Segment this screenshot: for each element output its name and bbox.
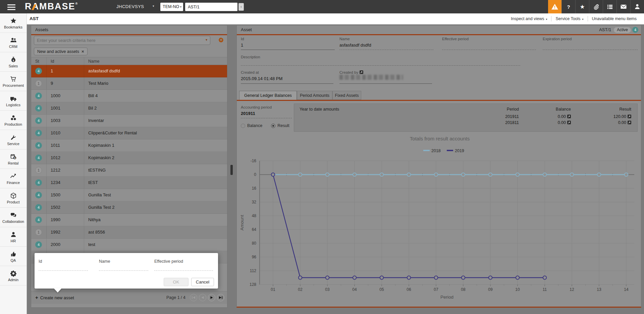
ok-button[interactable]: OK <box>164 278 189 286</box>
sidebar-item-procurement[interactable]: Procurement <box>0 72 26 91</box>
table-row[interactable]: 41012Kopimaskin 2 <box>31 152 227 164</box>
menu-item-service-tools[interactable]: Service Tools▾ <box>551 16 587 21</box>
last-page-button[interactable] <box>217 294 224 301</box>
modal-field-input[interactable] <box>39 270 88 271</box>
alert-icon[interactable] <box>548 0 561 13</box>
status-badge: 4 <box>35 204 42 211</box>
created-at-label: Created at <box>241 70 259 74</box>
list-icon[interactable] <box>603 0 616 13</box>
created-by-link-icon[interactable] <box>360 70 363 75</box>
sidebar-item-label: Logistics <box>6 103 20 107</box>
remove-filter-icon[interactable]: × <box>82 49 84 54</box>
table-row[interactable]: 11992ast 8556 <box>31 226 227 239</box>
modal-field-input[interactable] <box>154 270 213 271</box>
svg-text:09: 09 <box>488 287 493 292</box>
search-settings-gear-icon[interactable] <box>218 37 224 44</box>
rental-icon: $ <box>10 153 17 161</box>
status-cell: 4 <box>31 152 47 164</box>
mail-icon[interactable] <box>616 0 630 13</box>
table-row[interactable]: 41010Clipper&Cutter for Rental <box>31 127 227 139</box>
user-icon[interactable] <box>630 0 644 13</box>
table-row[interactable]: 11212tESTING <box>31 164 227 177</box>
sidebar-item-production[interactable]: Production <box>0 111 26 130</box>
created-at-value: 2015.09.14 01:48 PM <box>241 76 282 81</box>
table-row[interactable]: 42000test <box>31 239 227 251</box>
ytd-column-period: Period <box>507 107 519 112</box>
person-icon <box>10 231 17 238</box>
name-cell: Gunilla Test 2 <box>84 201 227 213</box>
tab-fixed-assets[interactable]: Fixed Assets <box>332 91 361 100</box>
truck-icon <box>10 95 17 102</box>
table-row[interactable]: 41000Bill 4 <box>31 90 227 102</box>
table-row[interactable]: 41502Gunilla Test 2 <box>31 201 227 214</box>
system-name[interactable]: JHCDEVSYS <box>116 4 144 9</box>
result-link-icon[interactable] <box>628 121 631 125</box>
finance-icon <box>10 173 17 180</box>
table-row[interactable]: 41234tEST <box>31 177 227 189</box>
search-dropdown-icon[interactable]: ▾ <box>206 38 207 42</box>
sidebar-item-rental[interactable]: $Rental <box>0 149 26 169</box>
table-row[interactable]: 41001Bil 2 <box>31 102 227 115</box>
favorites-icon[interactable]: ★ <box>575 0 589 13</box>
target-input[interactable] <box>185 3 237 11</box>
filter-chip[interactable]: New and active assets× <box>34 48 88 55</box>
search-input[interactable] <box>34 36 201 45</box>
cancel-button[interactable]: Cancel <box>191 278 214 286</box>
status-cell: 4 <box>31 189 47 201</box>
sidebar-item-product[interactable]: Product <box>0 188 26 208</box>
menu-item-inspect-and-views[interactable]: Inspect and views▾ <box>507 16 551 21</box>
next-page-button[interactable] <box>208 294 215 301</box>
cube-icon <box>10 192 17 199</box>
status-badge: 4 <box>35 192 42 198</box>
sidebar-item-collaboration[interactable]: Collaboration <box>0 208 26 227</box>
table-row[interactable]: 41asfasfasdf dsdfd <box>31 65 227 77</box>
sidebar-item-hr[interactable]: HR <box>0 227 26 247</box>
sidebar-item-service[interactable]: Service <box>0 130 26 149</box>
back-button[interactable]: ‹ <box>238 3 244 11</box>
previous-page-button[interactable] <box>199 294 206 301</box>
attachment-icon[interactable] <box>589 0 603 13</box>
sidebar-item-crm[interactable]: CRM <box>0 33 26 52</box>
balance-link-icon[interactable] <box>567 121 571 125</box>
svg-text:05: 05 <box>379 287 384 292</box>
help-icon[interactable]: ? <box>561 0 575 13</box>
chevron-down-icon: ▾ <box>180 3 181 11</box>
system-caret-icon[interactable]: ▾ <box>153 4 154 8</box>
radio-balance[interactable]: Balance <box>241 123 262 128</box>
status-badge: 4 <box>35 92 42 99</box>
sidebar-item-sales[interactable]: $Sales <box>0 52 26 72</box>
result-link-icon[interactable] <box>628 115 631 119</box>
table-row[interactable]: 41011Kopimaskin 1 <box>31 139 227 152</box>
status-badge: 4 <box>35 105 42 112</box>
chevron-down-icon: ▾ <box>546 18 547 21</box>
table-row[interactable]: 41990Nithya <box>31 214 227 226</box>
hamburger-menu-icon[interactable] <box>7 4 15 11</box>
modal-field-input[interactable] <box>99 270 148 271</box>
tab-period-amounts[interactable]: Period Amounts <box>297 91 332 100</box>
tab-general-ledger-balances[interactable]: General Ledger Balances <box>239 91 297 100</box>
sidebar-item-bookmarks[interactable]: Bookmarks <box>0 13 26 33</box>
balance-link-icon[interactable] <box>567 115 571 119</box>
status-badge: 4 <box>35 241 42 248</box>
topbar-icon-group: ?★ <box>548 0 644 13</box>
sidebar-item-label: Service <box>7 142 19 146</box>
table-row[interactable]: 19Test Mario <box>31 77 227 90</box>
first-page-button[interactable] <box>190 294 197 301</box>
table-row[interactable]: 41003Inventar <box>31 115 227 127</box>
sidebar-item-logistics[interactable]: Logistics <box>0 91 26 111</box>
create-new-asset-button[interactable]: +Create new asset <box>35 295 74 300</box>
sidebar-item-label: Product <box>7 200 20 204</box>
module-select[interactable]: TEM-NO▾ <box>160 3 183 11</box>
status-cell: 4 <box>31 90 47 102</box>
sidebar-item-admin[interactable]: Admin <box>0 266 26 286</box>
radio-result[interactable]: Result <box>271 123 289 128</box>
panel-splitter-handle[interactable] <box>230 165 233 175</box>
sidebar-item-label: Sales <box>9 64 18 68</box>
status-badge: 4 <box>35 142 42 149</box>
sidebar-item-qa[interactable]: QA <box>0 247 26 266</box>
table-row[interactable]: 41500Gunilla Test <box>31 189 227 201</box>
svg-text:11: 11 <box>543 287 547 292</box>
status-badge: 4 <box>35 154 42 161</box>
menu-item-unavailable-menu-items[interactable]: Unavailable menu items <box>588 16 641 21</box>
sidebar-item-finance[interactable]: Finance <box>0 169 26 188</box>
